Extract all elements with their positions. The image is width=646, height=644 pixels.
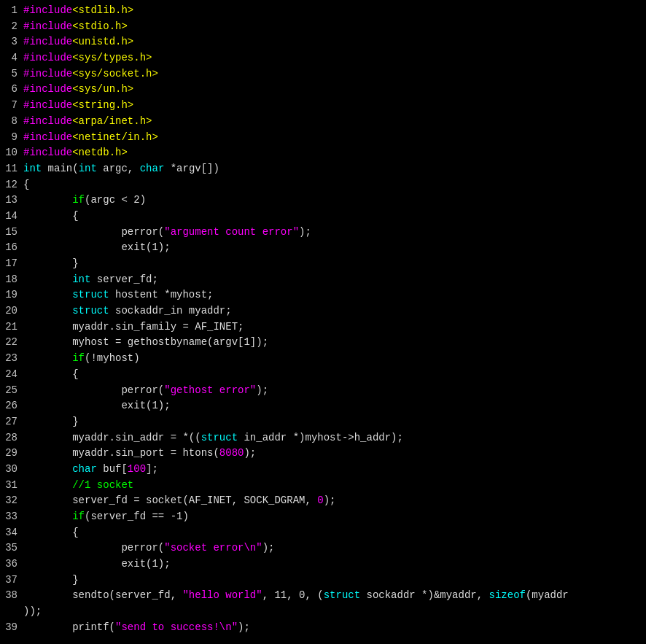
code-line: 8#include<arpa/inet.h> bbox=[0, 114, 646, 130]
line-number: 30 bbox=[3, 462, 23, 478]
token: printf( bbox=[23, 621, 115, 633]
line-content: { bbox=[23, 177, 643, 193]
token: <stdlib.h> bbox=[72, 4, 133, 16]
token: *argv[]) bbox=[164, 163, 219, 174]
token: "socket error\n" bbox=[164, 542, 262, 554]
token: (server_fd == -1) bbox=[85, 511, 189, 522]
token: } bbox=[23, 574, 79, 586]
token: )); bbox=[23, 605, 42, 617]
code-line: 33 if(server_fd == -1) bbox=[0, 509, 646, 525]
code-line: 20 struct sockaddr_in myaddr; bbox=[0, 303, 646, 319]
token: in_addr *)myhost->h_addr); bbox=[238, 432, 403, 443]
token: int bbox=[79, 163, 97, 174]
line-number: 38 bbox=[3, 588, 23, 604]
line-content: #include<arpa/inet.h> bbox=[23, 114, 643, 130]
token: myaddr.sin_family = AF_INET; bbox=[23, 321, 244, 333]
token: #include bbox=[23, 131, 72, 143]
line-number: 15 bbox=[3, 225, 23, 241]
line-content: } bbox=[23, 256, 643, 272]
line-number: 29 bbox=[3, 446, 23, 462]
line-content: int main(int argc, char *argv[]) bbox=[23, 161, 643, 177]
code-line: 26 exit(1); bbox=[0, 398, 646, 414]
line-number: 28 bbox=[3, 430, 23, 446]
token: ); bbox=[256, 384, 268, 396]
line-content: #include<string.h> bbox=[23, 98, 643, 114]
line-number: 27 bbox=[3, 414, 23, 430]
line-content: myaddr.sin_family = AF_INET; bbox=[23, 319, 643, 335]
line-number: 3 bbox=[3, 34, 23, 50]
token: exit(1); bbox=[23, 400, 171, 411]
token: #include bbox=[23, 68, 72, 79]
token bbox=[23, 511, 72, 522]
token: sendto(server_fd, bbox=[23, 589, 182, 601]
code-line: 27 } bbox=[0, 414, 646, 430]
code-line: 24 { bbox=[0, 367, 646, 383]
token: myaddr.sin_addr = *(( bbox=[23, 432, 201, 443]
token: int bbox=[72, 273, 90, 285]
token: { bbox=[23, 179, 29, 190]
token: if bbox=[72, 352, 85, 364]
line-number: 8 bbox=[3, 114, 23, 130]
line-number: 36 bbox=[3, 556, 23, 573]
line-number: 21 bbox=[3, 319, 23, 335]
code-line: 3#include<unistd.h> bbox=[0, 34, 646, 50]
line-number: 14 bbox=[3, 209, 23, 225]
token: <stdio.h> bbox=[72, 20, 128, 32]
code-line: 16 exit(1); bbox=[0, 240, 646, 256]
line-number: 9 bbox=[3, 130, 23, 146]
line-content: if(server_fd == -1) bbox=[23, 509, 643, 525]
token: } bbox=[23, 257, 79, 269]
token bbox=[23, 273, 72, 285]
code-line: 36 exit(1); bbox=[0, 556, 646, 573]
line-number: 1 bbox=[3, 3, 23, 19]
code-line: 10#include<netdb.h> bbox=[0, 145, 646, 161]
code-line: 28 myaddr.sin_addr = *((struct in_addr *… bbox=[0, 430, 646, 446]
line-number: 16 bbox=[3, 240, 23, 256]
token: sockaddr *)&myaddr, bbox=[360, 589, 489, 601]
token: #include bbox=[23, 115, 72, 127]
line-number: 13 bbox=[3, 193, 23, 209]
line-content: server_fd = socket(AF_INET, SOCK_DGRAM, … bbox=[23, 493, 643, 509]
token: #include bbox=[23, 4, 72, 16]
token: ]; bbox=[146, 463, 158, 475]
line-content: perror("socket error\n"); bbox=[23, 540, 643, 556]
code-line: 1#include<stdlib.h> bbox=[0, 3, 646, 19]
line-content: if(argc < 2) bbox=[23, 193, 643, 209]
token bbox=[23, 479, 72, 491]
token: #include bbox=[23, 99, 72, 111]
line-content: exit(1); bbox=[23, 556, 643, 573]
token bbox=[23, 463, 72, 475]
code-line: 4#include<sys/types.h> bbox=[0, 50, 646, 66]
line-number: 6 bbox=[3, 82, 23, 98]
line-number: 19 bbox=[3, 287, 23, 303]
token: if bbox=[72, 194, 85, 206]
token: ); bbox=[324, 494, 336, 506]
token: exit(1); bbox=[23, 241, 171, 253]
token: char bbox=[140, 163, 165, 174]
token: <netinet/in.h> bbox=[72, 131, 158, 143]
line-content: exit(1); bbox=[23, 398, 643, 414]
token: } bbox=[23, 416, 79, 427]
code-line: 2#include<stdio.h> bbox=[0, 19, 646, 35]
line-number: 26 bbox=[3, 398, 23, 414]
token: int bbox=[23, 163, 42, 174]
token: "gethost error" bbox=[164, 384, 256, 396]
line-content: myhost = gethostbyname(argv[1]); bbox=[23, 335, 643, 351]
token: exit(1); bbox=[23, 558, 171, 570]
line-content: { bbox=[23, 525, 643, 541]
token: perror( bbox=[23, 226, 164, 238]
token: #include bbox=[23, 52, 72, 63]
token: ); bbox=[299, 226, 311, 238]
token: <netdb.h> bbox=[72, 147, 128, 158]
line-content: printf("send to success!\n"); bbox=[23, 620, 643, 636]
token: 8080 bbox=[219, 447, 244, 459]
token: struct bbox=[72, 305, 109, 317]
line-number: 25 bbox=[3, 383, 23, 399]
line-content: )); bbox=[23, 604, 643, 620]
line-content: { bbox=[23, 367, 643, 383]
line-content: struct sockaddr_in myaddr; bbox=[23, 303, 643, 319]
token: #include bbox=[23, 20, 72, 32]
code-line: 19 struct hostent *myhost; bbox=[0, 287, 646, 303]
line-number: 34 bbox=[3, 525, 23, 541]
token: #include bbox=[23, 83, 72, 95]
